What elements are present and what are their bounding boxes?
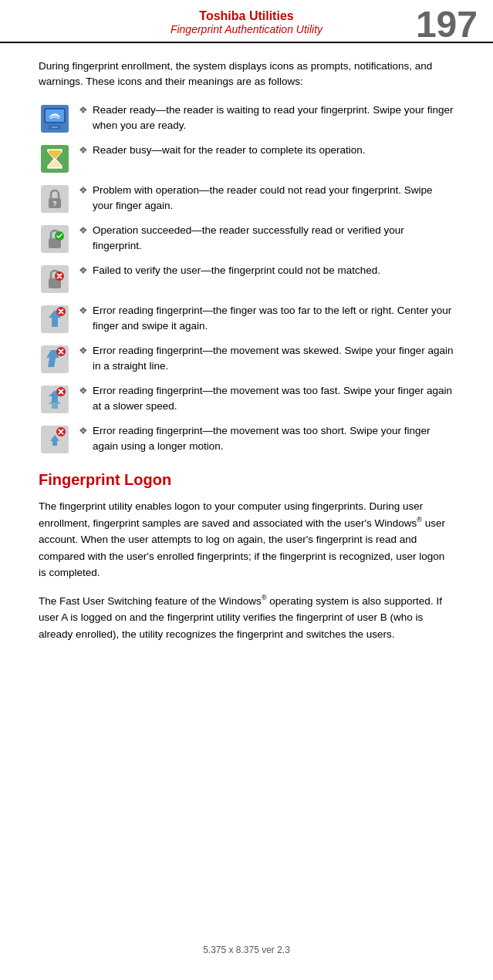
body-paragraph-1: The fingerprint utility enables logon to… bbox=[39, 498, 454, 581]
list-item: ? ❖ Problem with operation—the reader co… bbox=[39, 183, 454, 215]
item-text: Failed to verify the user—the fingerprin… bbox=[93, 263, 454, 278]
item-text-wrapper: ❖ Error reading fingerprint—the movement… bbox=[79, 383, 454, 415]
item-text-wrapper: ❖ Error reading fingerprint—the movement… bbox=[79, 343, 454, 375]
icon-list: ❖ Reader ready—the reader is waiting to … bbox=[39, 103, 454, 456]
svg-rect-4 bbox=[52, 126, 58, 128]
item-text: Problem with operation—the reader could … bbox=[93, 183, 454, 214]
bullet: ❖ bbox=[79, 184, 88, 196]
bullet: ❖ bbox=[79, 385, 88, 396]
header-subtitle: Fingerprint Authentication Utility bbox=[15, 23, 478, 35]
bullet: ❖ bbox=[79, 264, 88, 276]
error-short-icon bbox=[39, 423, 71, 456]
item-text: Error reading fingerprint—the movement w… bbox=[93, 383, 454, 415]
error-fast-icon bbox=[39, 383, 71, 416]
item-text: Error reading fingerprint—the movement w… bbox=[93, 423, 454, 455]
bullet: ❖ bbox=[79, 425, 88, 436]
bullet: ❖ bbox=[79, 224, 88, 236]
error-skewed-icon bbox=[39, 343, 71, 375]
problem-icon: ? bbox=[39, 183, 71, 215]
list-item: ❖ Error reading fingerprint—the movement… bbox=[39, 383, 454, 416]
success-icon bbox=[39, 223, 71, 255]
bullet: ❖ bbox=[79, 305, 88, 316]
list-item: ❖ Reader ready—the reader is waiting to … bbox=[39, 103, 454, 135]
page-footer: 5.375 x 8.375 ver 2.3 bbox=[0, 932, 493, 968]
item-text-wrapper: ❖ Reader busy—wait for the reader to com… bbox=[79, 143, 454, 158]
item-text-wrapper: ❖ Error reading fingerprint—the movement… bbox=[79, 423, 454, 455]
bullet: ❖ bbox=[79, 345, 88, 356]
list-item: ❖ Operation succeeded—the reader success… bbox=[39, 223, 454, 255]
bullet: ❖ bbox=[79, 144, 88, 156]
page-header: 197 Toshiba Utilities Fingerprint Authen… bbox=[0, 0, 493, 43]
intro-paragraph: During fingerprint enrollment, the syste… bbox=[39, 59, 454, 90]
list-item: ❖ Failed to verify the user—the fingerpr… bbox=[39, 263, 454, 295]
page-number: 197 bbox=[416, 6, 478, 43]
item-text: Reader ready—the reader is waiting to re… bbox=[93, 103, 454, 134]
item-text-wrapper: ❖ Problem with operation—the reader coul… bbox=[79, 183, 454, 214]
item-text: Reader busy—wait for the reader to compl… bbox=[93, 143, 454, 158]
error-leftright-icon bbox=[39, 303, 71, 335]
reader-busy-icon bbox=[39, 143, 71, 175]
item-text-wrapper: ❖ Error reading fingerprint—the finger w… bbox=[79, 303, 454, 335]
svg-text:?: ? bbox=[52, 200, 57, 207]
item-text-wrapper: ❖ Failed to verify the user—the fingerpr… bbox=[79, 263, 454, 278]
list-item: ❖ Error reading fingerprint—the finger w… bbox=[39, 303, 454, 335]
item-text: Operation succeeded—the reader successfu… bbox=[93, 223, 454, 254]
main-content: During fingerprint enrollment, the syste… bbox=[0, 43, 493, 668]
item-text: Error reading fingerprint—the finger was… bbox=[93, 303, 454, 335]
fail-icon bbox=[39, 263, 71, 295]
bullet: ❖ bbox=[79, 104, 88, 116]
list-item: ❖ Reader busy—wait for the reader to com… bbox=[39, 143, 454, 175]
list-item: ❖ Error reading fingerprint—the movement… bbox=[39, 423, 454, 456]
header-title: Toshiba Utilities bbox=[15, 9, 478, 23]
body-paragraph-2: The Fast User Switching feature of the W… bbox=[39, 592, 454, 642]
reader-ready-icon bbox=[39, 103, 71, 135]
item-text-wrapper: ❖ Reader ready—the reader is waiting to … bbox=[79, 103, 454, 134]
item-text-wrapper: ❖ Operation succeeded—the reader success… bbox=[79, 223, 454, 254]
list-item: ❖ Error reading fingerprint—the movement… bbox=[39, 343, 454, 375]
item-text: Error reading fingerprint—the movement w… bbox=[93, 343, 454, 375]
section-heading: Fingerprint Logon bbox=[39, 471, 454, 489]
